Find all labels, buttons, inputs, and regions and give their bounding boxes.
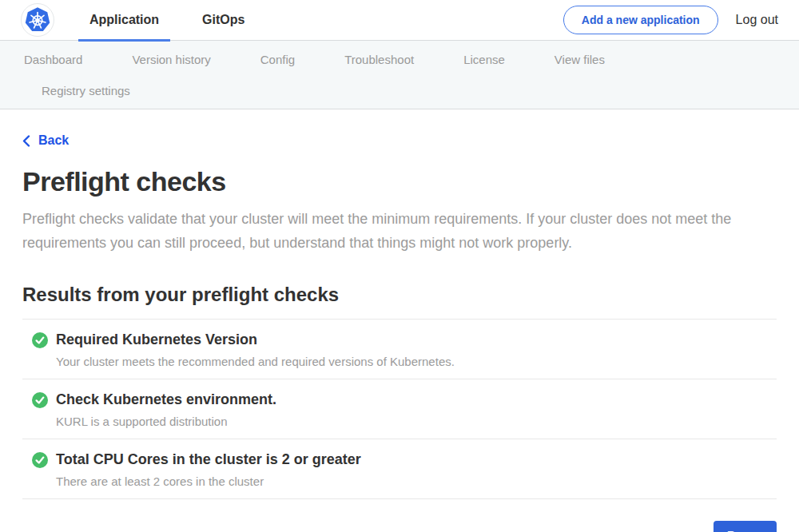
back-link[interactable]: Back [22, 133, 69, 148]
kubernetes-logo [21, 3, 54, 37]
check-pass-icon [32, 392, 48, 408]
check-message: KURL is a supported distribution [56, 415, 276, 428]
back-link-label: Back [38, 133, 69, 148]
subnav-item-config[interactable]: Config [260, 53, 295, 66]
preflight-check-row: Required Kubernetes Version Your cluster… [22, 320, 777, 379]
subnav-item-registry-settings[interactable]: Registry settings [42, 84, 130, 97]
logout-link[interactable]: Log out [736, 13, 778, 27]
subnav-item-troubleshoot[interactable]: Troubleshoot [344, 53, 414, 66]
check-title: Total CPU Cores in the cluster is 2 or g… [56, 451, 361, 468]
subnav-item-license[interactable]: License [463, 53, 505, 66]
preflight-results-list: Required Kubernetes Version Your cluster… [22, 319, 777, 499]
check-text: Required Kubernetes Version Your cluster… [56, 332, 455, 368]
subnav-item-dashboard[interactable]: Dashboard [24, 53, 82, 66]
subnav-item-view-files[interactable]: View files [555, 53, 605, 66]
app-subnav: Dashboard Version history Config Trouble… [0, 41, 799, 109]
preflight-check-row: Check Kubernetes environment. KURL is a … [22, 379, 777, 439]
footer-actions: Re-run [22, 521, 777, 532]
preflight-check-row: Total CPU Cores in the cluster is 2 or g… [22, 439, 777, 499]
page-title: Preflight checks [22, 166, 777, 197]
check-title: Check Kubernetes environment. [56, 391, 276, 408]
subnav-row-1: Dashboard Version history Config Trouble… [22, 53, 777, 66]
check-message: Your cluster meets the recommended and r… [56, 355, 455, 368]
chevron-left-icon [22, 135, 30, 147]
main-content: Back Preflight checks Preflight checks v… [0, 109, 799, 532]
check-message: There are at least 2 cores in the cluste… [56, 474, 361, 488]
add-application-button[interactable]: Add a new application [563, 6, 718, 34]
kubernetes-helm-icon [24, 6, 51, 34]
results-heading: Results from your preflight checks [22, 284, 777, 306]
check-title: Required Kubernetes Version [56, 332, 455, 348]
tab-application[interactable]: Application [78, 0, 170, 41]
check-text: Check Kubernetes environment. KURL is a … [56, 391, 276, 428]
check-pass-icon [32, 452, 48, 468]
page-description: Preflight checks validate that your clus… [22, 207, 765, 255]
check-text: Total CPU Cores in the cluster is 2 or g… [56, 451, 361, 488]
subnav-item-version-history[interactable]: Version history [132, 53, 210, 66]
subnav-row-2: Registry settings [22, 84, 777, 98]
main-tabs: Application GitOps [78, 0, 256, 41]
top-nav: Application GitOps Add a new application… [0, 0, 799, 41]
check-pass-icon [32, 332, 48, 348]
tab-gitops[interactable]: GitOps [191, 0, 256, 41]
rerun-button[interactable]: Re-run [714, 521, 777, 532]
top-nav-right: Add a new application Log out [563, 6, 778, 34]
